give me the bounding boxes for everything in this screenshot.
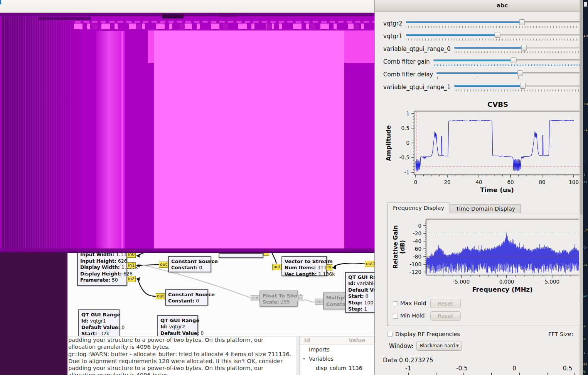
- window-select-dropdown[interactable]: Blackman-harri: ▼: [416, 341, 462, 351]
- grc-port-in[interactable]: in: [326, 264, 332, 270]
- block-param: Vec Length: 1.136k: [285, 271, 324, 278]
- slider-ticks: [455, 51, 580, 53]
- abc-titlebar[interactable]: abc: [375, 0, 580, 12]
- slider-ticks: [455, 90, 580, 91]
- block-param: Scale: 255: [263, 299, 295, 306]
- slider-label: Comb filter delay: [383, 71, 433, 78]
- right-scrollbar-thumb[interactable]: [580, 0, 583, 215]
- grc-port-out-disabled[interactable]: out: [251, 295, 260, 301]
- svg-text:-1: -1: [404, 169, 409, 176]
- slider-row-Comb filter gain: Comb filter gain: [375, 55, 580, 68]
- svg-text:1: 1: [406, 110, 409, 117]
- terminal-text-fragment: pr: [583, 293, 588, 297]
- video-dark-smudge: [162, 14, 184, 19]
- slider-fill: [406, 34, 497, 36]
- svg-text:Frequency (MHz): Frequency (MHz): [472, 286, 532, 293]
- variables-panel: Id Value Imports▾Variablesdisp_colum1136: [299, 336, 375, 375]
- min-hold-reset-button[interactable]: Reset: [430, 311, 461, 321]
- slider-handle[interactable]: [517, 70, 523, 76]
- min-hold-checkbox[interactable]: [393, 314, 398, 319]
- bottom-axis-tick-label: 0.5: [563, 365, 573, 372]
- slider-handle[interactable]: [510, 57, 516, 63]
- slider-fill: [406, 21, 522, 23]
- variables-header: Id Value: [300, 336, 375, 345]
- svg-text:-120: -120: [409, 269, 421, 275]
- terminal-text-fragment: i: [583, 172, 586, 177]
- tree-toggle-icon[interactable]: ▾: [303, 354, 305, 363]
- terminal-text-fragment: el: [583, 362, 588, 366]
- terminal-window-sliver[interactable]: in:u.c-icr_e9:aspr-aoielG: [583, 0, 588, 375]
- grc-block-video-sink[interactable]: Input Width: 1.136kInput Height: 626Disp…: [77, 253, 127, 286]
- variable-id: Imports: [300, 346, 330, 353]
- variable-value: 1136: [349, 363, 362, 373]
- variable-id: disp_colum: [300, 365, 346, 371]
- flowgraph-canvas[interactable]: Input Width: 1.136kInput Height: 626Disp…: [67, 253, 375, 336]
- display-rf-label: Display RF Frequencies: [395, 331, 460, 337]
- slider-vqtgr2[interactable]: [406, 18, 580, 29]
- video-window-titlebar[interactable]: [0, 0, 375, 13]
- slider-ticks: [434, 64, 580, 66]
- block-param: Num Items: 313: [285, 265, 324, 271]
- block-param: Id: variable_qt: [348, 280, 375, 287]
- grc-port-out[interactable]: out: [156, 293, 165, 299]
- slider-handle[interactable]: [519, 19, 525, 25]
- tab-time-domain-display[interactable]: Time Domain Display: [450, 204, 521, 213]
- grc-block-hidden-sliver[interactable]: [219, 253, 263, 258]
- slider-row-variable_qtgui_range_1: variable_qtgui_range_1: [375, 81, 580, 93]
- grc-block-vector-to-stream[interactable]: Vector to Stream Num Items: 313Vec Lengt…: [281, 256, 327, 276]
- display-rf-checkbox[interactable]: [388, 332, 393, 337]
- svg-text:0.000: 0.000: [499, 279, 514, 285]
- grc-port-in2[interactable]: in2: [127, 276, 136, 282]
- variable-row[interactable]: ▾Variables: [300, 354, 375, 363]
- console-line: allocation granularity is 4096 bytes.: [68, 343, 297, 350]
- variable-row[interactable]: disp_colum1136: [300, 363, 375, 373]
- bottom-axis-tick-label: 0: [512, 365, 516, 372]
- slider-variable_qtgui_range_0[interactable]: [454, 43, 580, 55]
- slider-fill: [433, 59, 514, 61]
- block-param: Input Width: 1.136k: [80, 253, 124, 258]
- grc-port-out[interactable]: out: [272, 264, 281, 270]
- slider-handle[interactable]: [521, 45, 527, 51]
- slider-handle[interactable]: [520, 83, 526, 89]
- block-param: Step: 1: [348, 306, 375, 312]
- terminal-text-fragment: in: [583, 33, 588, 37]
- max-hold-checkbox[interactable]: [393, 301, 398, 306]
- video-bright-rect: [154, 30, 344, 252]
- slider-row-Comb filter delay: Comb filter delay: [375, 68, 580, 81]
- terminal-text-fragment: i: [583, 350, 586, 355]
- console-line: padding your structure to a power-of-two…: [68, 365, 297, 372]
- frequency-display-panel: 0-20-40-60-80-100-120-5.0000.0005.000Fre…: [387, 213, 579, 326]
- slider-Comb filter delay[interactable]: [436, 69, 580, 80]
- slider-vqtgr1[interactable]: [406, 30, 580, 42]
- block-param: Framerate: 50: [80, 277, 124, 284]
- console-line: padding your structure to a power-of-two…: [68, 336, 297, 343]
- grc-block-qtgui-range-variable[interactable]: QT GUI Range Id: variable_qtDefault Valu…: [345, 272, 375, 313]
- svg-text:Amplitude: Amplitude: [385, 125, 392, 161]
- console-line: Due to alignment requirements 128 were a…: [68, 358, 297, 365]
- slider-variable_qtgui_range_1[interactable]: [454, 81, 580, 93]
- grc-port-in1[interactable]: in1: [127, 262, 136, 269]
- grc-block-float-to-short[interactable]: Float To Short Scale: 255: [259, 291, 298, 307]
- block-param: Default Value: 0: [160, 330, 195, 336]
- grc-port-in-disabled[interactable]: in: [297, 295, 303, 301]
- terminal-text-fragment: -: [583, 159, 586, 164]
- column-header-value: Value: [349, 336, 366, 345]
- terminal-text-fragment: o: [583, 336, 586, 341]
- grc-port-sliver[interactable]: [263, 253, 269, 256]
- grc-port-out[interactable]: out: [159, 262, 168, 268]
- grc-block-constant-source[interactable]: Constant Source Constant: 0: [165, 289, 208, 306]
- svg-text:(dB): (dB): [399, 240, 406, 254]
- grc-block-qtgui-range-vqtgr2[interactable]: QT GUI Range Id: vqtgr2Default Value: 0: [157, 315, 198, 336]
- tab-frequency-display[interactable]: Frequency Display: [387, 203, 450, 213]
- grc-port-in0[interactable]: in0: [127, 253, 136, 258]
- max-hold-reset-button[interactable]: Reset: [430, 299, 461, 308]
- grc-block-qtgui-range-vqtgr1[interactable]: QT GUI Range Id: vqtgr1Default Value: 0S…: [78, 309, 120, 336]
- variable-row[interactable]: Imports: [300, 345, 375, 354]
- cvbs-chart: CVBS10.50-0.5-1020406080100Time (us)Ampl…: [382, 98, 580, 195]
- slider-handle[interactable]: [494, 32, 500, 38]
- terminal-text-fragment: _e: [583, 228, 588, 232]
- slider-Comb filter gain[interactable]: [433, 56, 580, 68]
- grc-block-constant-source[interactable]: Constant Source Constant: 0: [168, 256, 211, 272]
- grc-port-out1[interactable]: out1: [365, 261, 375, 267]
- slider-fill: [454, 47, 524, 49]
